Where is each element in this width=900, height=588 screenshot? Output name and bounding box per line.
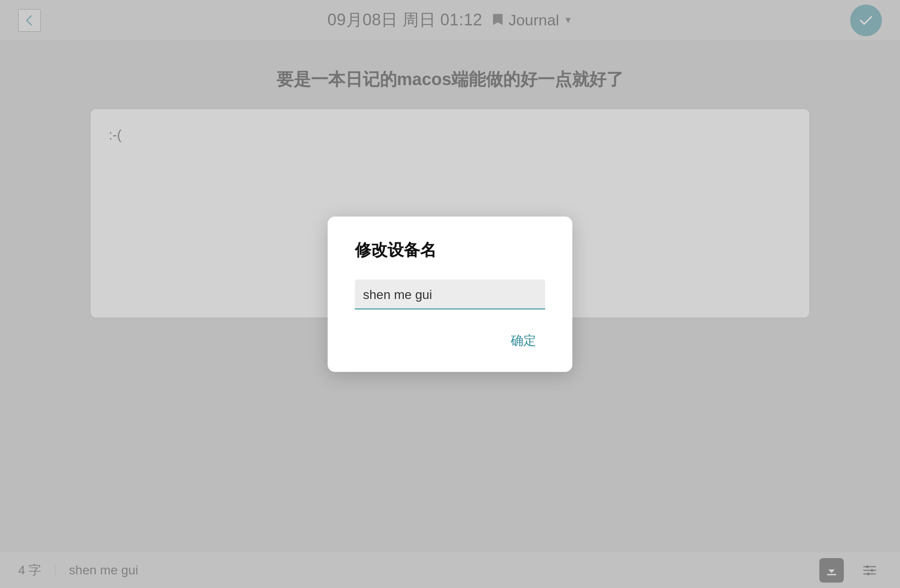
device-name-input[interactable]	[355, 280, 545, 309]
dialog-input-wrapper	[355, 280, 545, 309]
modal-overlay: 修改设备名 确定	[0, 0, 900, 588]
rename-device-dialog: 修改设备名 确定	[328, 217, 572, 372]
dialog-confirm-button[interactable]: 确定	[502, 328, 545, 354]
dialog-actions: 确定	[355, 323, 545, 354]
dialog-title: 修改设备名	[355, 239, 545, 261]
